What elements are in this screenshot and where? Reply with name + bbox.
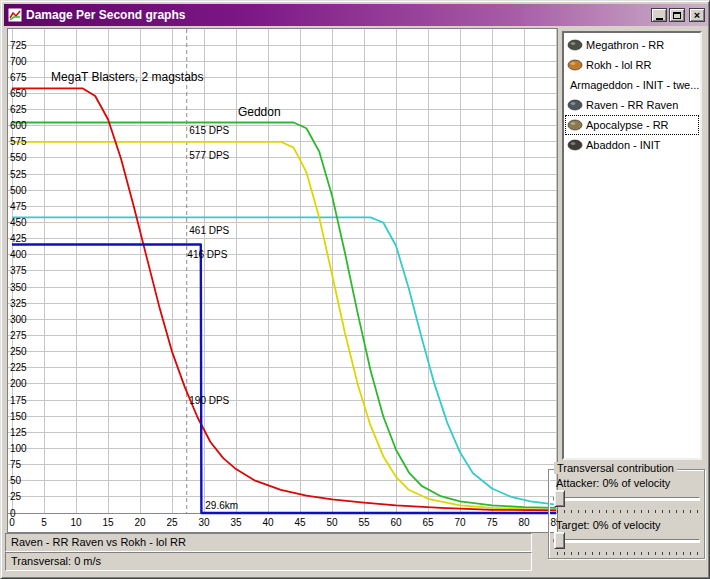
attacker-velocity-slider[interactable] <box>553 488 700 514</box>
chart-annotation: 615 DPS <box>189 125 229 136</box>
dps-curve-raven-rr-raven <box>12 245 556 514</box>
y-tick-label: 225 <box>10 362 27 373</box>
x-tick-label: 35 <box>230 517 242 528</box>
y-tick-label: 175 <box>10 395 27 406</box>
y-tick-label: 725 <box>10 40 27 51</box>
x-tick-label: 45 <box>294 517 306 528</box>
y-tick-label: 200 <box>10 378 27 389</box>
y-tick-label: 250 <box>10 346 27 357</box>
legend-item-label: Abaddon - INIT <box>586 139 661 151</box>
slider-thumb[interactable] <box>554 490 565 507</box>
chart-annotation: 29.6km <box>205 500 238 511</box>
x-tick-label: 20 <box>134 517 146 528</box>
legend-item[interactable]: Armageddon - INIT - twe... <box>565 75 699 95</box>
x-tick-label: 60 <box>390 517 402 528</box>
y-tick-label: 350 <box>10 282 27 293</box>
dps-graphs-window: Damage Per Second graphs × 0255075100125… <box>0 0 710 579</box>
y-tick-label: 550 <box>10 152 27 163</box>
ship-icon <box>567 97 583 113</box>
legend-item-label: Raven - RR Raven <box>586 99 678 111</box>
x-tick-label: 75 <box>486 517 498 528</box>
app-icon <box>7 7 23 23</box>
y-tick-label: 100 <box>10 443 27 454</box>
y-tick-label: 650 <box>10 88 27 99</box>
x-tick-label: 5 <box>41 517 47 528</box>
slider-groove[interactable] <box>553 539 700 543</box>
legend-item-label: Megathron - RR <box>586 39 664 51</box>
window-title: Damage Per Second graphs <box>26 8 648 22</box>
y-tick-label: 150 <box>10 411 27 422</box>
chart-annotation: MegaT Blasters, 2 magstabs <box>51 70 204 84</box>
x-tick-label: 50 <box>326 517 338 528</box>
chart-annotation: Geddon <box>238 105 281 119</box>
chart-annotation: 190 DPS <box>189 395 229 406</box>
y-tick-label: 75 <box>10 459 22 470</box>
dps-curve-apocalypse-rr <box>12 142 556 510</box>
y-tick-label: 450 <box>10 217 27 228</box>
y-tick-label: 575 <box>10 136 27 147</box>
y-tick-label: 675 <box>10 72 27 83</box>
ship-icon <box>567 117 583 133</box>
x-tick-label: 0 <box>9 517 15 528</box>
y-tick-label: 25 <box>10 491 22 502</box>
slider-ticks <box>557 552 698 555</box>
y-tick-label: 500 <box>10 185 27 196</box>
legend-item[interactable]: Abaddon - INIT <box>565 135 699 155</box>
x-tick-label: 70 <box>454 517 466 528</box>
maximize-icon <box>673 12 681 19</box>
transversal-status-text: Transversal: 0 m/s <box>11 555 101 567</box>
dps-chart-canvas[interactable]: 0255075100125150175200225250275300325350… <box>8 29 557 532</box>
close-icon: × <box>694 10 700 20</box>
matchup-status-text: Raven - RR Raven vs Rokh - lol RR <box>11 536 186 548</box>
legend-item[interactable]: Megathron - RR <box>565 35 699 55</box>
dps-chart[interactable]: 0255075100125150175200225250275300325350… <box>7 28 558 533</box>
legend-item-label: Armageddon - INIT - twe... <box>570 79 699 91</box>
y-tick-label: 700 <box>10 56 27 67</box>
y-tick-label: 325 <box>10 298 27 309</box>
ship-legend-listbox[interactable]: Megathron - RRRokh - lol RRArmageddon - … <box>562 31 702 460</box>
ship-icon <box>567 37 583 53</box>
y-tick-label: 125 <box>10 427 27 438</box>
ship-icon <box>567 57 583 73</box>
y-tick-label: 275 <box>10 330 27 341</box>
chart-annotation: 461 DPS <box>189 225 229 236</box>
x-tick-label: 65 <box>422 517 434 528</box>
transversal-groupbox-title: Transversal contribution <box>554 462 677 474</box>
maximize-button[interactable] <box>669 8 685 22</box>
y-tick-label: 375 <box>10 265 27 276</box>
x-tick-label: 10 <box>70 517 82 528</box>
matchup-status-panel: Raven - RR Raven vs Rokh - lol RR <box>5 533 532 552</box>
y-tick-label: 475 <box>10 201 27 212</box>
legend-item-label: Rokh - lol RR <box>586 59 651 71</box>
x-tick-label: 15 <box>102 517 114 528</box>
y-tick-label: 400 <box>10 249 27 260</box>
x-tick-label: 25 <box>166 517 178 528</box>
x-tick-label: 55 <box>358 517 370 528</box>
slider-ticks <box>557 510 698 513</box>
y-tick-label: 50 <box>10 475 22 486</box>
y-tick-label: 525 <box>10 169 27 180</box>
y-tick-label: 300 <box>10 314 27 325</box>
legend-item-label: Apocalypse - RR <box>586 119 669 131</box>
ship-icon <box>567 137 583 153</box>
minimize-button[interactable] <box>651 8 667 22</box>
dps-curve-rokh-lol-rr <box>12 217 556 504</box>
dps-curve-megathron-rr <box>12 88 556 510</box>
slider-thumb[interactable] <box>554 532 565 549</box>
slider-groove[interactable] <box>553 497 700 501</box>
transversal-groupbox: Transversal contribution Attacker: 0% of… <box>548 469 705 559</box>
dps-curve-armageddon-init <box>12 123 556 508</box>
y-tick-label: 600 <box>10 120 27 131</box>
y-tick-label: 425 <box>10 233 27 244</box>
target-velocity-slider[interactable] <box>553 530 700 556</box>
legend-item[interactable]: Apocalypse - RR <box>565 115 699 135</box>
y-tick-label: 625 <box>10 104 27 115</box>
legend-item[interactable]: Rokh - lol RR <box>565 55 699 75</box>
chart-annotation: 416 DPS <box>187 249 227 260</box>
legend-item[interactable]: Raven - RR Raven <box>565 95 699 115</box>
close-button[interactable]: × <box>689 8 705 22</box>
x-tick-label: 40 <box>262 517 274 528</box>
x-tick-label: 30 <box>198 517 210 528</box>
titlebar[interactable]: Damage Per Second graphs × <box>4 4 708 26</box>
chart-annotation: 577 DPS <box>189 150 229 161</box>
